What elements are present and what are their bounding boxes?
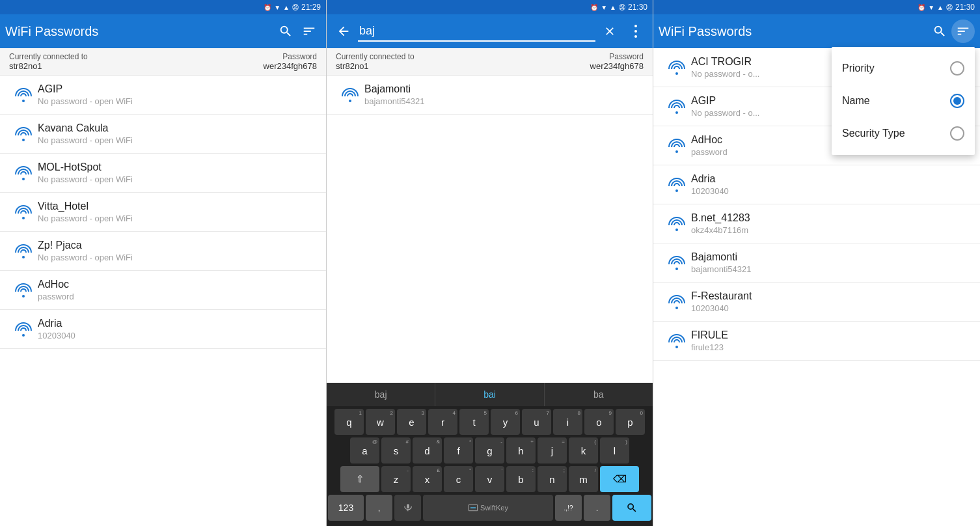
sort-priority-option[interactable]: Priority [832,52,975,85]
panel-right: ⏰ ▼ ▲ ㉔ 21:30 WiFi Passwords ACI TROGIRN… [653,0,980,526]
wifi-icon [14,88,33,102]
list-item[interactable]: AGIPNo password - open WiFi [0,76,326,115]
signal-icon-mid: ▲ [610,4,616,11]
shift-key[interactable]: ⇧ [340,466,379,492]
key-y[interactable]: 6y [491,409,520,435]
wifi-icon [14,166,33,180]
wifi-status-icon-mid: ▼ [601,4,607,11]
list-item[interactable]: Bajamontibajamonti54321 [327,76,653,115]
key-u[interactable]: 7u [522,409,551,435]
wifi-icon [668,334,686,348]
wifi-icon [14,127,33,141]
list-item[interactable]: Adria10203040 [0,310,326,349]
search-button-right[interactable] [928,20,951,43]
wifi-icon [668,295,686,309]
key-a[interactable]: @a [350,437,379,464]
status-time-left: 21:29 [301,3,321,12]
key-w[interactable]: 2w [366,409,395,435]
key-j[interactable]: =j [538,437,567,464]
key-s[interactable]: #s [381,437,411,464]
key-b[interactable]: :b [506,466,536,492]
sort-security-option[interactable]: Security Type [832,117,975,150]
password-label-left: Password [264,52,317,61]
suggestion-bai[interactable]: bai [435,383,544,406]
sort-security-radio[interactable] [950,126,964,141]
clear-search-button[interactable] [598,20,621,43]
sort-name-label: Name [842,95,950,107]
key-p[interactable]: 0p [616,409,645,435]
keyboard-rows: 1q 2w 3e 4r 5t 6y 7u 8i 9o 0p @a #s &d *… [327,406,653,526]
sort-name-option[interactable]: Name [832,85,975,117]
wifi-list-mid: Bajamontibajamonti54321 [327,76,653,115]
panel-left: ⏰ ▼ ▲ ㉔ 21:29 WiFi Passwords Currently c… [0,0,327,526]
wifi-icon [668,256,686,270]
keyboard-row-3: ⇧ -z £x "c 'v :b ;n /m ⌫ [328,466,651,492]
more-options-button[interactable] [624,20,647,43]
svg-point-0 [634,25,637,27]
suggestion-ba[interactable]: ba [545,383,653,406]
key-z[interactable]: -z [381,466,411,492]
key-h[interactable]: +h [506,437,536,464]
radio-selected-indicator [953,97,961,105]
delete-key[interactable]: ⌫ [600,466,639,492]
key-v[interactable]: 'v [475,466,504,492]
status-bar-right: ⏰ ▼ ▲ ㉔ 21:30 [653,0,980,14]
key-f[interactable]: *f [444,437,473,464]
filter-button-right[interactable] [951,20,975,43]
wifi-icon [668,61,686,75]
search-input[interactable] [358,21,595,42]
panel-mid: ⏰ ▼ ▲ ㉔ 21:30 Currently connected to str… [327,0,653,526]
key-g[interactable]: -g [475,437,504,464]
list-item[interactable]: Zp! PjacaNo password - open WiFi [0,232,326,271]
list-item[interactable]: Bajamontibajamonti54321 [653,243,980,283]
punctuation-key[interactable]: .,!? [555,495,582,521]
sort-priority-label: Priority [842,62,950,74]
keyboard-row-2: @a #s &d *f -g +h =j (k )l [328,437,651,464]
key-q[interactable]: 1q [334,409,364,435]
back-button[interactable] [332,20,355,43]
alarm-icon-mid: ⏰ [590,4,598,11]
sort-priority-radio[interactable] [950,61,964,76]
alarm-icon-right: ⏰ [918,4,925,11]
list-item[interactable]: F-Restaurant10203040 [653,283,980,322]
filter-button-left[interactable] [297,20,321,43]
search-action-key[interactable] [612,495,651,521]
sort-name-radio[interactable] [950,94,964,108]
key-r[interactable]: 4r [428,409,457,435]
wifi-icon [668,217,686,231]
list-item[interactable]: B.net_41283okz4x4b7116m [653,204,980,243]
list-item[interactable]: Adria10203040 [653,165,980,204]
sort-security-label: Security Type [842,128,950,139]
list-item[interactable]: Vitta_HotelNo password - open WiFi [0,193,326,232]
keyboard-row-4: 123 , SwiftKey .,!? . [328,495,651,521]
microphone-key[interactable] [394,495,421,521]
key-n[interactable]: ;n [538,466,567,492]
key-i[interactable]: 8i [553,409,582,435]
list-item[interactable]: MOL-HotSpotNo password - open WiFi [0,154,326,193]
list-item[interactable]: Kavana CakulaNo password - open WiFi [0,115,326,154]
swiftkey-logo: SwiftKey [468,504,508,512]
key-c[interactable]: "c [444,466,473,492]
key-m[interactable]: /m [569,466,598,492]
key-l[interactable]: )l [600,437,629,464]
battery-icon-mid: ㉔ [619,4,625,11]
info-bar-mid: Currently connected to str82no1 Password… [327,48,653,76]
toolbar-search [327,14,653,48]
key-e[interactable]: 3e [397,409,426,435]
key-o[interactable]: 9o [584,409,614,435]
list-item[interactable]: FIRULEfirule123 [653,322,980,361]
keyboard: baj bai ba 1q 2w 3e 4r 5t 6y 7u 8i 9o 0p… [327,383,653,526]
key-k[interactable]: (k [569,437,598,464]
suggestion-baj[interactable]: baj [327,383,435,406]
numbers-key[interactable]: 123 [328,495,364,521]
key-d[interactable]: &d [413,437,442,464]
space-key[interactable]: SwiftKey [423,495,553,521]
search-button-left[interactable] [274,20,297,43]
key-x[interactable]: £x [413,466,442,492]
comma-key[interactable]: , [366,495,392,521]
connected-label-mid: Currently connected to [336,52,415,61]
period-key[interactable]: . [584,495,610,521]
list-item[interactable]: AdHocpassword [0,271,326,310]
svg-point-2 [634,35,637,38]
key-t[interactable]: 5t [459,409,489,435]
